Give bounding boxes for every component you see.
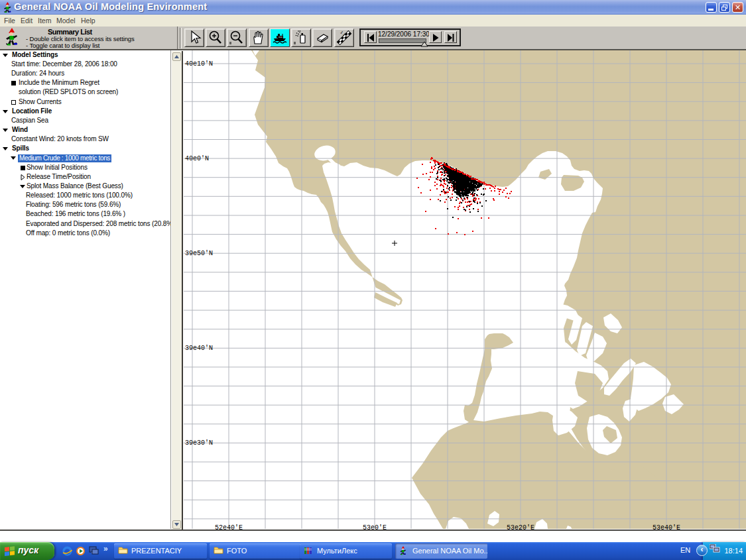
svg-text:53e0'E: 53e0'E (363, 524, 387, 530)
svg-text:39e50'N: 39e50'N (185, 250, 213, 257)
svg-text:39e40'N: 39e40'N (185, 345, 213, 352)
svg-text:52e40'E: 52e40'E (215, 524, 243, 530)
svg-text:53e20'E: 53e20'E (507, 524, 534, 530)
svg-text:39e30'N: 39e30'N (185, 439, 213, 447)
svg-text:40e10'N: 40e10'N (185, 60, 213, 68)
svg-text:40e0'N: 40e0'N (185, 155, 209, 162)
svg-text:53e40'E: 53e40'E (653, 524, 680, 530)
